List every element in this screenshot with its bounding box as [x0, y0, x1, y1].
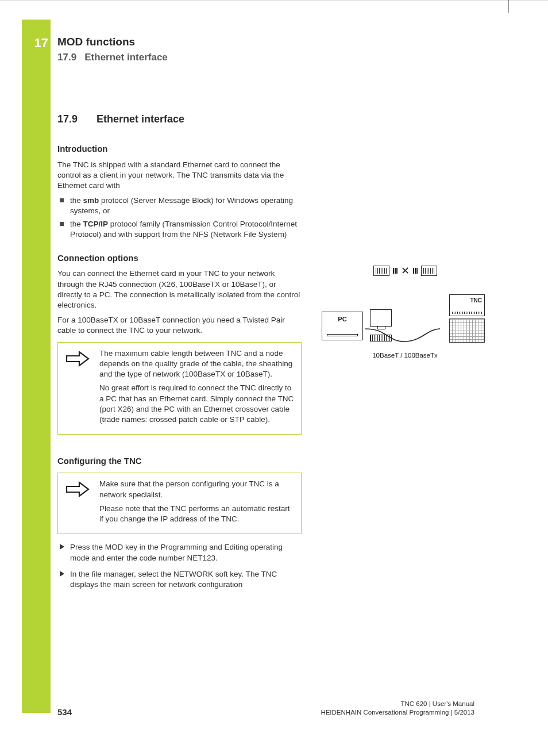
rj45-plug-icon — [373, 266, 389, 276]
section-number: 17.9 — [57, 112, 97, 126]
page-number: 534 — [57, 707, 72, 717]
note-box-connection: The maximum cable length between TNC and… — [57, 342, 302, 435]
intro-bullet-list: the smb protocol (Server Message Block) … — [57, 195, 302, 240]
note-text: The maximum cable length between TNC and… — [99, 348, 294, 380]
footer-meta: TNC 620 | User's Manual HEIDENHAIN Conve… — [321, 700, 474, 717]
header-subtitle-text: Ethernet interface — [84, 52, 168, 63]
cross-icon: ✕ — [401, 264, 410, 277]
section-title: Ethernet interface — [97, 113, 184, 125]
intro-heading: Introduction — [57, 143, 302, 155]
config-heading: Configuring the TNC — [57, 455, 302, 467]
chapter-number: 17 — [28, 36, 48, 51]
arrow-icon — [65, 348, 90, 429]
header-subtitle: 17.9 Ethernet interface — [57, 52, 168, 63]
header-subtitle-num: 17.9 — [57, 52, 76, 63]
pc-icon: PC — [322, 312, 363, 340]
step-item: In the file manager, select the NETWORK … — [57, 569, 302, 590]
connection-diagram: ✕ PC TNC 10BaseT / 100BaseTx — [322, 264, 488, 358]
section-heading: 17.9Ethernet interface — [57, 112, 302, 126]
page-footer: 534 TNC 620 | User's Manual HEIDENHAIN C… — [57, 700, 474, 717]
chapter-tab — [22, 20, 51, 713]
page: 17 MOD functions 17.9 Ethernet interface… — [0, 0, 509, 756]
list-item: the smb protocol (Server Message Block) … — [57, 195, 302, 216]
content-column: 17.9Ethernet interface Introduction The … — [57, 112, 302, 596]
note-box-config: Make sure that the person configuring yo… — [57, 473, 302, 534]
crossover-forbidden-icon: ✕ — [322, 264, 488, 277]
chapter-title: MOD functions — [57, 36, 135, 48]
diagram-caption: 10BaseT / 100BaseTx — [322, 352, 488, 359]
list-item: the TCP/IP protocol family (Transmission… — [57, 219, 302, 240]
step-item: Press the MOD key in the Programming and… — [57, 542, 302, 563]
arrow-icon — [65, 479, 90, 528]
note-text: Please note that the TNC performs an aut… — [99, 504, 294, 524]
connection-paragraph-2: For a 100BaseTX or 10BaseT connection yo… — [57, 315, 302, 336]
note-text: Make sure that the person configuring yo… — [99, 479, 294, 500]
connection-paragraph-1: You can connect the Ethernet card in you… — [57, 268, 302, 310]
cable-icon — [364, 327, 441, 344]
note-text: No great effort is required to connect t… — [99, 383, 294, 425]
intro-paragraph: The TNC is shipped with a standard Ether… — [57, 160, 302, 191]
tnc-unit-icon: TNC — [447, 294, 488, 346]
rj45-plug-icon — [421, 266, 437, 276]
config-steps: Press the MOD key in the Programming and… — [57, 542, 302, 590]
connection-heading: Connection options — [57, 252, 302, 264]
